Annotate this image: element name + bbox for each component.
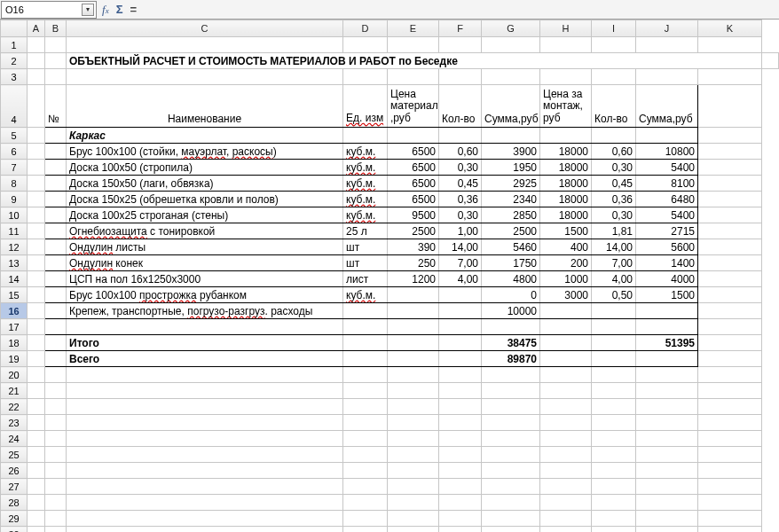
cell[interactable] [28,160,45,176]
cell[interactable] [592,383,636,399]
fx-icon[interactable]: fx [102,3,109,17]
cell[interactable] [28,37,45,53]
cell[interactable] [698,319,762,335]
data-sum2[interactable]: 5400 [636,160,698,176]
cell[interactable] [67,511,343,527]
cell[interactable] [45,271,67,287]
data-qty2[interactable]: 0,50 [592,287,636,303]
cell[interactable] [439,431,482,447]
cell[interactable] [439,495,482,511]
row-header[interactable]: 11 [1,223,28,239]
cell[interactable] [482,511,540,527]
hdr-name[interactable]: Наименование [67,85,343,128]
cell[interactable] [67,399,343,415]
vsego-label[interactable]: Всего [67,351,343,367]
cell[interactable] [45,287,67,303]
cell[interactable] [28,176,45,192]
cell[interactable] [67,367,343,383]
cell[interactable] [698,399,762,415]
cell[interactable] [698,335,762,351]
cell[interactable] [636,399,698,415]
row-header[interactable]: 23 [1,415,28,431]
cell[interactable] [343,415,388,431]
cell[interactable] [388,447,439,463]
cell[interactable] [636,447,698,463]
cell[interactable] [592,351,636,367]
data-price-mount[interactable]: 1000 [540,271,592,287]
row-header[interactable]: 16 [1,303,28,319]
cell[interactable] [698,192,762,207]
row-header[interactable]: 5 [1,128,28,144]
cell[interactable] [67,447,343,463]
data-qty1[interactable]: 0,30 [439,207,482,223]
hdr-price-mat[interactable]: Цена материалов ,руб [388,85,439,128]
data-qty2[interactable]: 0,60 [592,144,636,160]
cell[interactable] [592,128,636,144]
cell[interactable] [388,319,439,335]
cell[interactable] [28,303,45,319]
cell[interactable] [540,463,592,479]
cell[interactable] [592,399,636,415]
cell[interactable] [45,319,67,335]
col-header[interactable]: J [636,20,698,37]
cell[interactable] [388,37,439,53]
cell[interactable] [67,415,343,431]
col-header[interactable]: I [592,20,636,37]
cell[interactable] [45,144,67,160]
data-unit-cell[interactable]: куб.м. [343,287,388,303]
data-qty1[interactable]: 0,45 [439,176,482,192]
cell[interactable] [28,53,45,69]
cell[interactable] [439,447,482,463]
data-name-cell[interactable]: Ондулин листы [67,239,343,255]
data-name-cell[interactable]: Доска 100х25 строганая (стены) [67,207,343,223]
cell[interactable] [45,192,67,207]
cell[interactable] [439,335,482,351]
data-price-mount[interactable]: 18000 [540,160,592,176]
cell[interactable] [592,335,636,351]
cell[interactable] [636,463,698,479]
cell[interactable] [636,527,698,533]
cell[interactable] [439,319,482,335]
cell[interactable] [592,495,636,511]
row-header[interactable]: 4 [1,85,28,128]
cell[interactable] [540,335,592,351]
cell[interactable] [45,37,67,53]
hdr-qty2[interactable]: Кол-во [592,85,636,128]
cell[interactable] [698,479,762,495]
cell[interactable] [636,37,698,53]
data-qty1[interactable]: 1,00 [439,223,482,239]
cell[interactable] [540,527,592,533]
cell[interactable] [28,527,45,533]
cell[interactable] [439,128,482,144]
data-unit-cell[interactable]: куб.м. [343,144,388,160]
data-qty1[interactable]: 4,00 [439,271,482,287]
cell[interactable] [28,223,45,239]
cell[interactable] [28,399,45,415]
cell[interactable] [698,431,762,447]
data-qty2[interactable]: 14,00 [592,239,636,255]
cell[interactable] [343,319,388,335]
cell[interactable] [343,495,388,511]
cell[interactable] [439,399,482,415]
cell[interactable] [698,37,762,53]
cell[interactable] [45,351,67,367]
cell[interactable] [540,495,592,511]
data-unit-cell[interactable] [343,303,388,319]
cell[interactable] [343,431,388,447]
cell[interactable] [698,495,762,511]
cell[interactable] [67,69,343,85]
cell[interactable] [388,431,439,447]
cell[interactable] [636,383,698,399]
data-name-cell[interactable]: Доска 150х25 (обрешетка кровли и полов) [67,192,343,207]
cell[interactable] [343,463,388,479]
cell[interactable] [45,335,67,351]
cell[interactable] [540,351,592,367]
cell[interactable] [28,192,45,207]
data-price-mount[interactable]: 18000 [540,144,592,160]
cell[interactable] [45,239,67,255]
row-header[interactable]: 13 [1,255,28,271]
data-name-cell[interactable]: Брус 100х100 (стойки, мауэрлат, раскосы) [67,144,343,160]
data-price-mount[interactable]: 3000 [540,287,592,303]
cell[interactable] [45,447,67,463]
cell[interactable] [698,527,762,533]
